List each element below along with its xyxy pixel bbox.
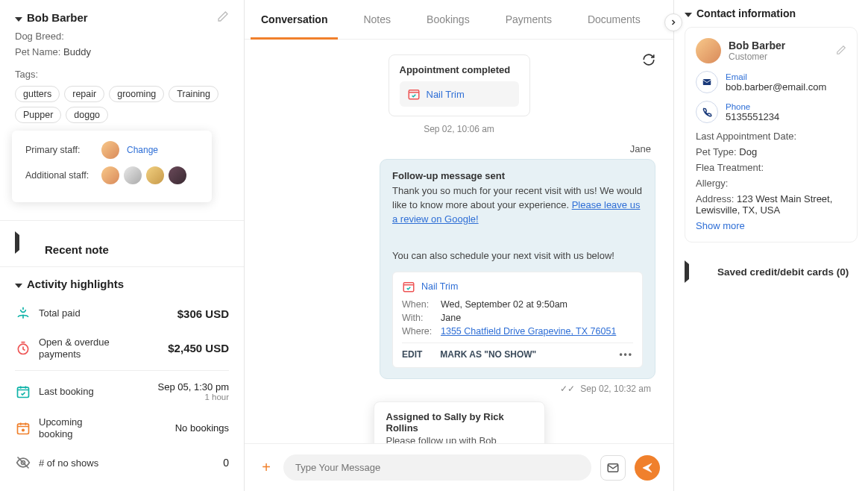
sender-name: Jane xyxy=(267,143,651,154)
svg-rect-1 xyxy=(18,387,29,397)
svg-rect-8 xyxy=(703,79,711,85)
delivered-timestamp: Sep 02, 10:32 am xyxy=(580,384,651,394)
phone-value: 5135551234 xyxy=(726,111,779,122)
primary-staff-label: Primary staff: xyxy=(25,145,94,155)
tab-payments[interactable]: Payments xyxy=(495,0,562,39)
svg-rect-5 xyxy=(409,90,419,99)
email-value: bob.barber@email.com xyxy=(726,81,826,93)
email-button[interactable] xyxy=(600,455,626,481)
assignment-note: Please follow up with Bob xyxy=(386,435,532,443)
svg-point-3 xyxy=(22,429,25,431)
tag[interactable]: Training xyxy=(169,86,218,102)
tab-notes[interactable]: Notes xyxy=(353,0,401,39)
more-icon[interactable]: ••• xyxy=(619,349,633,360)
sched-when-label: When: xyxy=(402,299,436,310)
appointment-completed-title: Appointment completed xyxy=(400,64,519,75)
sched-with-value: Jane xyxy=(441,313,461,323)
tabs-next-button[interactable] xyxy=(664,13,682,31)
total-paid-label: Total paid xyxy=(39,307,81,319)
saved-cards-label: Saved credit/debit cards (0) xyxy=(717,266,849,278)
clock-icon xyxy=(15,340,31,357)
appointment-pill[interactable]: Nail Trim xyxy=(400,81,519,107)
contact-info-heading[interactable]: Contact information xyxy=(696,7,796,19)
svg-rect-6 xyxy=(403,283,414,292)
calendar-icon xyxy=(15,420,31,437)
tab-documents[interactable]: Documents xyxy=(577,0,651,39)
email-icon xyxy=(696,71,718,93)
send-button[interactable] xyxy=(635,455,660,481)
last-apt-label: Last Appointment Date: xyxy=(696,131,796,142)
contact-name: Bob Barber xyxy=(27,11,88,24)
tag[interactable]: Pupper xyxy=(15,107,61,123)
noshow-value: 0 xyxy=(223,457,229,469)
tag[interactable]: repair xyxy=(64,86,104,102)
avatar[interactable] xyxy=(124,166,142,184)
edit-contact-icon[interactable] xyxy=(217,10,229,25)
tag[interactable]: gutters xyxy=(15,86,60,102)
mark-noshow-button[interactable]: MARK AS "NO SHOW" xyxy=(440,349,536,360)
sched-when-value: Wed, September 02 at 9:50am xyxy=(441,299,567,310)
upcoming-booking-label: Upcoming booking xyxy=(39,416,98,440)
pet-name-value: Buddy xyxy=(63,46,91,57)
tag[interactable]: grooming xyxy=(109,86,164,102)
additional-staff-label: Additional staff: xyxy=(25,170,94,181)
tab-bookings[interactable]: Bookings xyxy=(416,0,480,39)
eye-off-icon xyxy=(15,454,31,471)
last-booking-value: Sep 05, 1:30 pm xyxy=(158,381,229,393)
edit-info-icon[interactable] xyxy=(836,45,846,57)
message-input[interactable] xyxy=(283,454,591,481)
followup-body-2: You can also schedule your next visit wi… xyxy=(392,249,643,263)
timestamp: Sep 02, 10:06 am xyxy=(262,124,655,134)
schedule-card: Nail Trim When:Wed, September 02 at 9:50… xyxy=(392,272,643,368)
tags-label: Tags: xyxy=(15,65,38,80)
refresh-icon[interactable] xyxy=(639,50,658,69)
open-payments-label: Open & overdue payments xyxy=(39,337,121,360)
pet-type-label: Pet Type: xyxy=(696,146,737,157)
info-name: Bob Barber xyxy=(729,40,828,51)
avatar[interactable] xyxy=(101,166,119,184)
pet-name-label: Pet Name: xyxy=(15,46,60,57)
tab-conversation[interactable]: Conversation xyxy=(251,0,338,39)
avatar[interactable] xyxy=(169,166,186,184)
avatar xyxy=(101,141,119,159)
last-booking-label: Last booking xyxy=(39,386,94,398)
message-bubble: Follow-up message sent Thank you so much… xyxy=(380,159,655,379)
assignment-title: Assigned to Sally by Rick Rollins xyxy=(386,411,532,434)
avatar xyxy=(696,38,721,63)
email-label: Email xyxy=(726,72,826,81)
tag[interactable]: doggo xyxy=(66,107,108,123)
address-label: Address: xyxy=(696,193,734,204)
pet-type-value: Dog xyxy=(739,146,757,157)
upcoming-booking-value: No bookings xyxy=(175,422,229,434)
phone-label: Phone xyxy=(726,102,779,111)
last-booking-duration: 1 hour xyxy=(158,393,229,401)
avatar[interactable] xyxy=(146,166,164,184)
info-role: Customer xyxy=(729,51,828,62)
allergy-label: Allergy: xyxy=(696,178,728,189)
dog-breed-label: Dog Breed: xyxy=(15,31,64,42)
sched-with-label: With: xyxy=(402,313,436,323)
sched-apt-name[interactable]: Nail Trim xyxy=(421,281,458,292)
calendar-check-icon xyxy=(15,384,31,400)
saved-cards-toggle[interactable]: Saved credit/debit cards (0) xyxy=(685,253,858,283)
sched-where-label: Where: xyxy=(402,326,436,337)
money-icon xyxy=(15,305,31,322)
assignment-card: Assigned to Sally by Rick Rollins Please… xyxy=(374,401,545,443)
recent-note-heading[interactable]: Recent note xyxy=(45,243,109,256)
open-payments-value: $2,450 USD xyxy=(168,342,229,354)
appointment-name: Nail Trim xyxy=(427,89,465,100)
show-more-link[interactable]: Show more xyxy=(696,220,846,231)
noshow-label: # of no shows xyxy=(39,457,98,469)
followup-title: Follow-up message sent xyxy=(392,170,643,181)
flea-label: Flea Treatment: xyxy=(696,162,764,173)
total-paid-value: $306 USD xyxy=(177,307,229,320)
delivered-checks-icon: ✓✓ xyxy=(560,384,575,394)
edit-button[interactable]: EDIT xyxy=(402,349,422,360)
activity-heading[interactable]: Activity highlights xyxy=(27,278,124,290)
sched-where-link[interactable]: 1355 Chatfield Drive Grapevine, TX 76051 xyxy=(441,326,616,337)
add-attachment-button[interactable]: + xyxy=(258,460,274,476)
change-staff-link[interactable]: Change xyxy=(127,145,158,155)
phone-icon xyxy=(696,101,718,123)
